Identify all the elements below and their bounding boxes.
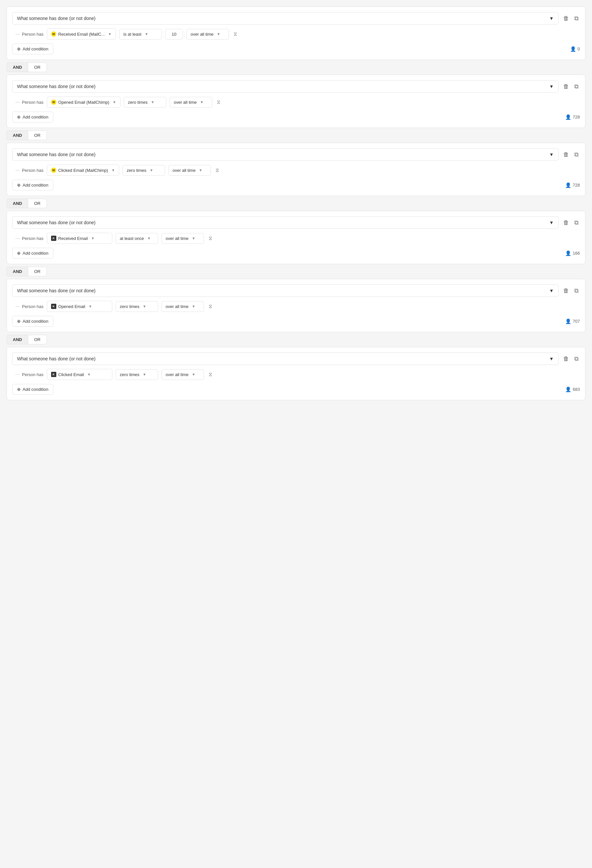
add-condition-label: Add condition bbox=[22, 115, 49, 120]
add-condition-button[interactable]: ⊕ Add condition bbox=[12, 180, 53, 190]
person-count: 👤 707 bbox=[565, 319, 580, 324]
add-condition-label: Add condition bbox=[22, 183, 49, 187]
delete-button[interactable]: 🗑 bbox=[562, 150, 570, 159]
frequency-dropdown-block-6[interactable]: zero times ▼ bbox=[115, 369, 158, 380]
copy-button[interactable]: ⧉ bbox=[573, 150, 580, 159]
copy-button[interactable]: ⧉ bbox=[573, 286, 580, 295]
timeframe-dropdown-block-5[interactable]: over all time ▼ bbox=[161, 301, 204, 312]
event-label: Received Email bbox=[58, 236, 88, 241]
frequency-label: is at least bbox=[123, 32, 141, 37]
event-dropdown-block-2[interactable]: M Opened Email (MailChimp) ▼ bbox=[47, 97, 120, 108]
event-dropdown-block-1[interactable]: M Received Email (MailC... ▼ bbox=[47, 28, 116, 40]
frequency-number-input[interactable] bbox=[165, 29, 183, 40]
add-condition-label: Add condition bbox=[22, 251, 49, 255]
event-dropdown-block-5[interactable]: K Opened Email ▼ bbox=[47, 301, 112, 312]
block-title-select[interactable]: What someone has done (or not done) ▼ bbox=[12, 80, 559, 93]
block-title-select[interactable]: What someone has done (or not done) ▼ bbox=[12, 12, 559, 25]
block-actions: 🗑 ⧉ bbox=[562, 82, 580, 91]
event-dropdown-block-4[interactable]: K Received Email ▼ bbox=[47, 233, 112, 244]
delete-button[interactable]: 🗑 bbox=[562, 354, 570, 364]
frequency-dropdown-block-1[interactable]: is at least ▼ bbox=[119, 29, 162, 40]
or-button[interactable]: OR bbox=[28, 267, 47, 276]
chevron-down-icon: ▼ bbox=[89, 304, 92, 308]
timeframe-dropdown-block-2[interactable]: over all time ▼ bbox=[170, 97, 212, 108]
block-header: What someone has done (or not done) ▼ 🗑 … bbox=[12, 285, 580, 297]
event-dropdown-block-3[interactable]: M Clicked Email (MailChimp) ▼ bbox=[47, 165, 119, 176]
frequency-label: at least once bbox=[120, 236, 144, 241]
frequency-dropdown-block-4[interactable]: at least once ▼ bbox=[115, 233, 158, 244]
timeframe-dropdown-block-3[interactable]: over all time ▼ bbox=[168, 165, 211, 176]
timeframe-label: over all time bbox=[174, 100, 197, 105]
filter-button[interactable]: ⧖ bbox=[214, 166, 221, 174]
and-button[interactable]: AND bbox=[7, 131, 28, 140]
and-button[interactable]: AND bbox=[7, 267, 28, 276]
klaviyo-icon: K bbox=[51, 372, 56, 377]
person-count: 👤 728 bbox=[565, 114, 580, 120]
filter-button[interactable]: ⧖ bbox=[207, 234, 213, 242]
delete-button[interactable]: 🗑 bbox=[562, 14, 570, 23]
frequency-label: zero times bbox=[120, 372, 139, 377]
event-dropdown-block-6[interactable]: K Clicked Email ▼ bbox=[47, 369, 112, 380]
block-footer: ⊕ Add condition 👤 0 bbox=[12, 44, 580, 54]
person-icon: 👤 bbox=[565, 319, 571, 324]
event-label: Opened Email bbox=[58, 304, 85, 309]
chevron-down-icon: ▼ bbox=[200, 100, 204, 104]
and-or-row: AND OR bbox=[7, 335, 585, 344]
frequency-dropdown-block-2[interactable]: zero times ▼ bbox=[124, 97, 166, 108]
frequency-dropdown-block-5[interactable]: zero times ▼ bbox=[115, 301, 158, 312]
plus-icon: ⊕ bbox=[17, 251, 21, 255]
condition-row: Person has K Clicked Email ▼ zero times … bbox=[12, 369, 580, 380]
and-button[interactable]: AND bbox=[7, 62, 28, 72]
copy-button[interactable]: ⧉ bbox=[573, 354, 580, 364]
chevron-down-icon: ▼ bbox=[192, 236, 195, 240]
or-button[interactable]: OR bbox=[28, 199, 47, 208]
timeframe-dropdown-block-4[interactable]: over all time ▼ bbox=[161, 233, 204, 244]
block-actions: 🗑 ⧉ bbox=[562, 14, 580, 23]
filter-button[interactable]: ⧖ bbox=[207, 302, 213, 311]
timeframe-dropdown-block-1[interactable]: over all time ▼ bbox=[186, 29, 229, 40]
person-has-label: Person has bbox=[22, 32, 44, 37]
timeframe-dropdown-block-6[interactable]: over all time ▼ bbox=[161, 369, 204, 380]
filter-button[interactable]: ⧖ bbox=[207, 370, 213, 379]
add-condition-button[interactable]: ⊕ Add condition bbox=[12, 248, 53, 258]
add-condition-button[interactable]: ⊕ Add condition bbox=[12, 44, 53, 54]
add-condition-button[interactable]: ⊕ Add condition bbox=[12, 384, 53, 395]
filter-button[interactable]: ⧖ bbox=[232, 30, 238, 38]
plus-icon: ⊕ bbox=[17, 183, 21, 187]
or-button[interactable]: OR bbox=[28, 62, 47, 72]
delete-button[interactable]: 🗑 bbox=[562, 218, 570, 227]
block-actions: 🗑 ⧉ bbox=[562, 354, 580, 364]
frequency-dropdown-block-3[interactable]: zero times ▼ bbox=[123, 165, 165, 176]
add-condition-button[interactable]: ⊕ Add condition bbox=[12, 316, 53, 327]
filter-button[interactable]: ⧖ bbox=[215, 98, 222, 106]
or-button[interactable]: OR bbox=[28, 335, 47, 344]
plus-icon: ⊕ bbox=[17, 387, 21, 392]
copy-button[interactable]: ⧉ bbox=[573, 82, 580, 91]
person-count: 👤 166 bbox=[565, 250, 580, 256]
block-footer: ⊕ Add condition 👤 166 bbox=[12, 248, 580, 258]
copy-button[interactable]: ⧉ bbox=[573, 218, 580, 227]
or-button[interactable]: OR bbox=[28, 131, 47, 140]
count-value: 166 bbox=[573, 251, 580, 255]
block-title-select[interactable]: What someone has done (or not done) ▼ bbox=[12, 216, 559, 229]
and-or-row: AND OR bbox=[7, 267, 585, 276]
count-value: 683 bbox=[573, 387, 580, 392]
block-title-select[interactable]: What someone has done (or not done) ▼ bbox=[12, 285, 559, 297]
chevron-down-icon: ▼ bbox=[147, 236, 151, 240]
block-header: What someone has done (or not done) ▼ 🗑 … bbox=[12, 12, 580, 25]
person-icon: 👤 bbox=[565, 250, 571, 256]
person-has-label: Person has bbox=[22, 236, 44, 241]
delete-button[interactable]: 🗑 bbox=[562, 286, 570, 295]
block-title-select[interactable]: What someone has done (or not done) ▼ bbox=[12, 148, 559, 161]
condition-row: Person has M Received Email (MailC... ▼ … bbox=[12, 28, 580, 40]
copy-button[interactable]: ⧉ bbox=[573, 14, 580, 23]
chevron-down-icon: ▼ bbox=[143, 304, 147, 308]
timeframe-label: over all time bbox=[191, 32, 213, 37]
condition-block-block-3: What someone has done (or not done) ▼ 🗑 … bbox=[7, 143, 585, 196]
and-button[interactable]: AND bbox=[7, 199, 28, 208]
and-button[interactable]: AND bbox=[7, 335, 28, 344]
delete-button[interactable]: 🗑 bbox=[562, 82, 570, 91]
block-title-select[interactable]: What someone has done (or not done) ▼ bbox=[12, 353, 559, 365]
add-condition-button[interactable]: ⊕ Add condition bbox=[12, 112, 53, 123]
block-actions: 🗑 ⧉ bbox=[562, 286, 580, 295]
